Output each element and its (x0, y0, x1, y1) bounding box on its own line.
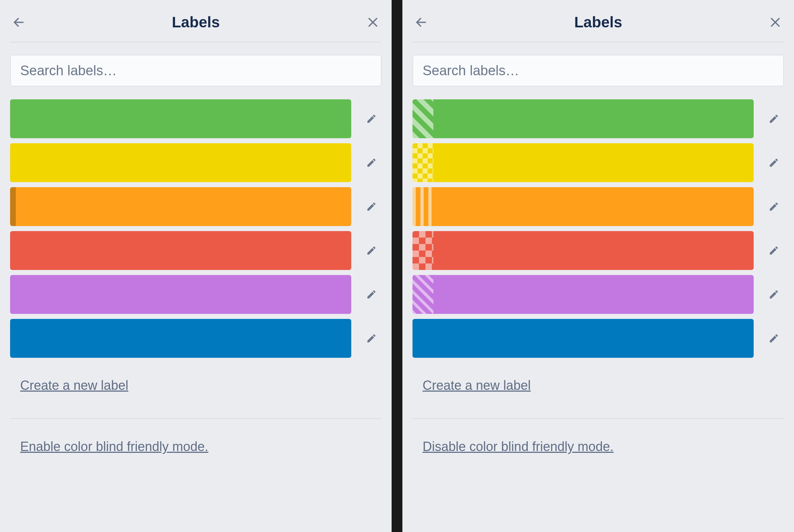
search-input[interactable] (412, 55, 784, 86)
label-row (10, 275, 382, 314)
label-orange[interactable] (412, 187, 754, 226)
create-label-link[interactable]: Create a new label (20, 378, 382, 393)
labels-popover-right: Labels Crea (402, 0, 794, 532)
edit-label-button[interactable] (361, 284, 382, 305)
edit-label-button[interactable] (361, 240, 382, 261)
popover-title: Labels (172, 14, 220, 31)
pencil-icon (366, 245, 377, 256)
pattern-overlay (412, 99, 433, 138)
section-divider (10, 418, 382, 419)
pencil-icon (768, 245, 779, 256)
label-row (10, 187, 382, 226)
popover-title: Labels (574, 14, 622, 31)
pencil-icon (768, 113, 779, 124)
pencil-icon (366, 289, 377, 300)
edit-label-button[interactable] (764, 109, 784, 129)
panel-divider (392, 0, 402, 532)
label-red[interactable] (412, 231, 754, 270)
edit-label-button[interactable] (361, 197, 382, 217)
edit-label-button[interactable] (764, 153, 784, 173)
edit-label-button[interactable] (361, 328, 382, 348)
pencil-icon (768, 201, 779, 212)
mode-toggle-container: Enable color blind friendly mode. (20, 439, 382, 454)
label-yellow[interactable] (10, 143, 351, 182)
pattern-overlay (412, 319, 433, 358)
close-button[interactable] (767, 14, 784, 31)
pattern-overlay (412, 231, 433, 270)
label-red[interactable] (10, 231, 351, 270)
label-row (10, 319, 382, 358)
pencil-icon (768, 157, 779, 168)
label-green[interactable] (412, 99, 754, 138)
create-label-link[interactable]: Create a new label (423, 378, 784, 393)
label-orange[interactable] (10, 187, 351, 226)
arrow-left-icon (415, 16, 428, 29)
pencil-icon (768, 289, 779, 300)
section-divider (412, 418, 784, 419)
close-icon (366, 16, 379, 29)
edit-label-button[interactable] (361, 109, 382, 129)
pencil-icon (366, 333, 377, 344)
labels-popover-left: Labels Crea (0, 0, 392, 532)
back-button[interactable] (412, 14, 430, 31)
header-divider (412, 42, 784, 42)
label-row (412, 231, 784, 270)
edit-label-button[interactable] (764, 284, 784, 305)
close-icon (769, 16, 782, 29)
pencil-icon (366, 113, 377, 124)
label-row (412, 99, 784, 138)
search-input[interactable] (10, 55, 382, 86)
pencil-icon (366, 157, 377, 168)
label-row (412, 319, 784, 358)
popover-header: Labels (412, 8, 784, 37)
close-button[interactable] (364, 14, 382, 31)
color-blind-mode-toggle[interactable]: Enable color blind friendly mode. (20, 439, 208, 454)
pencil-icon (768, 333, 779, 344)
label-row (10, 143, 382, 182)
label-row (412, 187, 784, 226)
label-purple[interactable] (412, 275, 754, 314)
label-blue[interactable] (10, 319, 351, 358)
search-container (412, 55, 784, 86)
mode-toggle-container: Disable color blind friendly mode. (423, 439, 784, 454)
search-container (10, 55, 382, 86)
pattern-overlay (412, 187, 433, 226)
edit-label-button[interactable] (764, 328, 784, 348)
labels-list (10, 99, 382, 358)
pencil-icon (366, 201, 377, 212)
label-row (412, 275, 784, 314)
label-green[interactable] (10, 99, 351, 138)
arrow-left-icon (12, 16, 25, 29)
edit-label-button[interactable] (764, 197, 784, 217)
header-divider (10, 42, 382, 42)
color-blind-mode-toggle[interactable]: Disable color blind friendly mode. (423, 439, 614, 454)
label-blue[interactable] (412, 319, 754, 358)
popover-header: Labels (10, 8, 382, 37)
label-row (10, 99, 382, 138)
edit-label-button[interactable] (764, 240, 784, 261)
label-row (412, 143, 784, 182)
label-yellow[interactable] (412, 143, 754, 182)
pattern-overlay (412, 275, 433, 314)
pattern-overlay (412, 143, 433, 182)
edit-label-button[interactable] (361, 153, 382, 173)
label-row (10, 231, 382, 270)
label-purple[interactable] (10, 275, 351, 314)
labels-list (412, 99, 784, 358)
back-button[interactable] (10, 14, 27, 31)
